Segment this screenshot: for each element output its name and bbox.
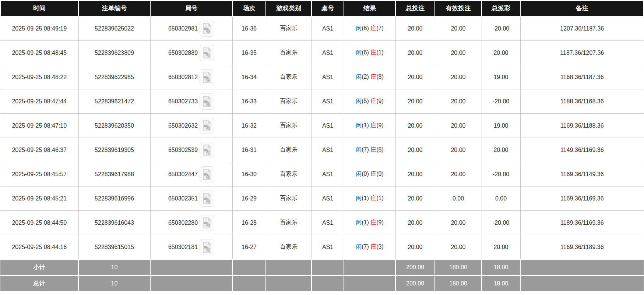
total-bet-cell: 20.00 <box>395 41 435 65</box>
table-no-cell: AS1 <box>312 186 344 211</box>
valid-bet-cell: 20.00 <box>435 138 482 162</box>
banker-result-score: (8) <box>376 74 384 80</box>
round-cell: 650302981 <box>150 16 232 41</box>
table-no-cell: AS1 <box>312 114 344 138</box>
remark-cell: 1169.36/1188.36 <box>520 114 644 138</box>
payout-cell: 20.00 <box>482 235 520 260</box>
result-cell: 闲(0) 庄(9) <box>344 162 395 186</box>
remark-cell: 1169.36/1189.36 <box>520 235 644 260</box>
table-row: 2025-09-25 08:46:37522839619305650302539… <box>0 138 644 162</box>
player-result-score: (5) <box>362 98 369 104</box>
total-bet-cell: 20.00 <box>395 211 435 235</box>
video-document-icon <box>202 47 212 58</box>
player-result-label: 闲 <box>356 244 362 250</box>
video-replay-button[interactable] <box>200 118 214 134</box>
player-result-score: (1) <box>362 122 369 128</box>
total-bet-cell: 20.00 <box>395 89 435 114</box>
video-replay-button[interactable] <box>200 239 214 255</box>
bet-id-cell: 522839616996 <box>78 186 150 211</box>
header-row: 时间注单编号局号场次游戏类别桌号结果总投注有效投注总派彩备注 <box>0 0 644 16</box>
payout-cell: 0.00 <box>482 186 520 211</box>
video-replay-button[interactable] <box>200 45 214 61</box>
game-type-cell: 百家乐 <box>266 41 312 65</box>
player-result-label: 闲 <box>356 25 362 31</box>
banker-result-label: 庄 <box>370 195 376 201</box>
video-replay-button[interactable] <box>200 215 214 231</box>
player-result-score: (7) <box>362 146 369 153</box>
round-cell: 650302539 <box>150 138 232 162</box>
session-cell: 16-35 <box>232 41 266 65</box>
column-header-valid_bet: 有效投注 <box>435 0 482 16</box>
round-wrap: 650302812 <box>151 69 232 85</box>
summary-empty-table-no-cell <box>312 259 344 276</box>
video-replay-button[interactable] <box>200 93 214 110</box>
remark-cell: 1189.36/1169.36 <box>520 211 644 235</box>
summary-valid-bet-cell: 180.00 <box>435 259 482 276</box>
player-result-score: (2) <box>362 74 369 80</box>
round-number: 650302981 <box>168 25 198 32</box>
time-cell: 2025-09-25 08:47:10 <box>0 114 78 138</box>
total-bet-cell: 20.00 <box>395 186 435 211</box>
valid-bet-cell: 20.00 <box>435 162 482 186</box>
round-number: 650302447 <box>168 171 198 178</box>
column-header-payout: 总派彩 <box>482 0 520 16</box>
session-cell: 16-31 <box>232 138 266 162</box>
round-cell: 650302351 <box>150 186 232 211</box>
video-document-icon <box>202 96 212 107</box>
round-cell: 650302280 <box>150 211 232 235</box>
table-row: 2025-09-25 08:47:44522839621472650302733… <box>0 89 644 114</box>
time-cell: 2025-09-25 08:47:44 <box>0 89 78 114</box>
table-no-cell: AS1 <box>312 65 344 89</box>
column-header-bet_id: 注单编号 <box>78 0 150 16</box>
total-bet-cell: 20.00 <box>395 65 435 89</box>
video-replay-button[interactable] <box>200 21 214 37</box>
video-document-icon <box>202 23 212 34</box>
table-row: 2025-09-25 08:47:10522839620350650302632… <box>0 114 644 138</box>
player-result-label: 闲 <box>356 122 362 128</box>
table-header: 时间注单编号局号场次游戏类别桌号结果总投注有效投注总派彩备注 <box>0 0 644 16</box>
game-type-cell: 百家乐 <box>266 65 312 89</box>
round-wrap: 650302351 <box>151 191 232 207</box>
payout-cell: -20.00 <box>482 162 520 186</box>
video-document-icon <box>202 217 212 228</box>
round-wrap: 650302280 <box>151 215 232 231</box>
video-replay-button[interactable] <box>200 166 214 182</box>
valid-bet-cell: 20.00 <box>435 211 482 235</box>
player-result-score: (7) <box>362 244 369 250</box>
table-no-cell: AS1 <box>312 89 344 114</box>
player-result-score: (6) <box>362 25 369 31</box>
column-header-time: 时间 <box>0 0 78 16</box>
player-result-label: 闲 <box>356 74 362 80</box>
session-cell: 16-28 <box>232 211 266 235</box>
table-row: 2025-09-25 08:48:22522839622985650302812… <box>0 65 644 89</box>
round-number: 650302889 <box>168 50 198 56</box>
summary-payout-cell: 18.00 <box>482 276 520 292</box>
round-number: 650302812 <box>168 74 198 81</box>
banker-result-label: 庄 <box>370 74 376 80</box>
video-replay-button[interactable] <box>200 191 214 207</box>
valid-bet-cell: 0.00 <box>435 186 482 211</box>
result-cell: 闲(1) 庄(9) <box>344 114 395 138</box>
banker-result-score: (9) <box>376 122 384 128</box>
video-replay-button[interactable] <box>200 142 214 158</box>
result-cell: 闲(1) 庄(9) <box>344 211 395 235</box>
table-row: 2025-09-25 08:45:57522839617988650302447… <box>0 162 644 186</box>
banker-result-score: (3) <box>376 244 384 250</box>
result-cell: 闲(5) 庄(9) <box>344 89 395 114</box>
video-replay-button[interactable] <box>200 69 214 85</box>
bet-id-cell: 522839620350 <box>78 114 150 138</box>
payout-cell: 20.00 <box>482 138 520 162</box>
valid-bet-cell: 20.00 <box>435 235 482 260</box>
valid-bet-cell: 20.00 <box>435 114 482 138</box>
column-header-round: 局号 <box>150 0 232 16</box>
bet-records-table: 时间注单编号局号场次游戏类别桌号结果总投注有效投注总派彩备注 2025-09-2… <box>0 0 644 292</box>
column-header-game_type: 游戏类别 <box>266 0 312 16</box>
session-cell: 16-29 <box>232 186 266 211</box>
result-cell: 闲(2) 庄(8) <box>344 65 395 89</box>
remark-cell: 1188.36/1168.36 <box>520 89 644 114</box>
valid-bet-cell: 20.00 <box>435 41 482 65</box>
player-result-label: 闲 <box>356 219 362 225</box>
banker-result-label: 庄 <box>370 49 376 56</box>
time-cell: 2025-09-25 08:44:50 <box>0 211 78 235</box>
table-row: 2025-09-25 08:49:19522839625022650302981… <box>0 16 644 41</box>
